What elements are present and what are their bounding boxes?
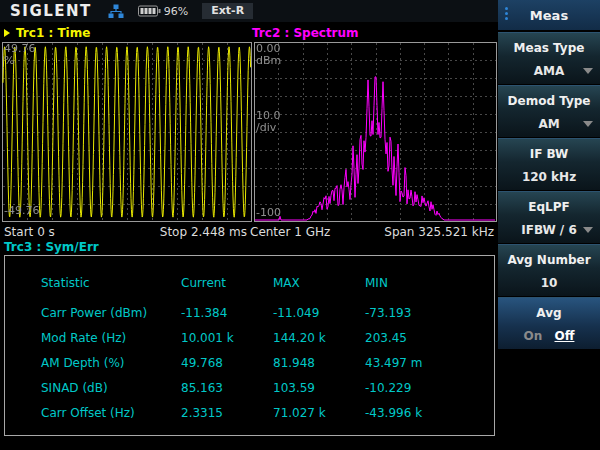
time-plot <box>2 42 252 222</box>
menu-title: Meas <box>498 0 600 30</box>
softkey-label: Avg <box>498 306 600 320</box>
battery-icon: 96% <box>138 5 188 18</box>
table-header-row: Statistic Current MAX MIN <box>5 276 494 292</box>
table-row: AM Depth (%) 49.768 81.948 43.497 m <box>5 356 494 372</box>
stat-name: Carr Power (dBm) <box>41 306 147 320</box>
stat-max: 144.20 k <box>273 331 326 345</box>
stat-max: 81.948 <box>273 356 315 370</box>
if-bw-button[interactable]: IF BW 120 kHz <box>498 138 600 190</box>
menu-title-text: Meas <box>530 8 568 23</box>
stat-name: AM Depth (%) <box>41 356 125 370</box>
table-row: Carr Offset (Hz) 2.3315 71.027 k -43.996… <box>5 406 494 422</box>
stat-min: -10.229 <box>365 381 411 395</box>
stat-current: 85.163 <box>181 381 223 395</box>
avg-on-off: On Off <box>498 329 600 343</box>
stat-min: 43.497 m <box>365 356 423 370</box>
trace1-label: Trc1 : Time <box>16 26 90 40</box>
softkey-label: EqLPF <box>498 200 600 214</box>
status-bar: SIGLENT 96% Ext-R <box>0 0 498 22</box>
trace2-label: Trc2 : Spectrum <box>252 26 359 40</box>
battery-percent: 96% <box>164 5 188 18</box>
axis-annotation-row: Start 0 s Stop 2.448 ms Center 1 GHz Spa… <box>0 225 498 240</box>
demod-type-button[interactable]: Demod Type AM <box>498 85 600 137</box>
ext-ref-badge: Ext-R <box>202 3 253 19</box>
meas-type-button[interactable]: Meas Type AMA <box>498 32 600 84</box>
col-max: MAX <box>273 276 300 290</box>
spectrum-ref-unit: dBm <box>256 55 281 67</box>
stat-max: 71.027 k <box>273 406 326 420</box>
trace-label-row: Trc1 : Time Trc2 : Spectrum <box>0 22 498 42</box>
time-start-label: Start 0 s <box>4 225 55 239</box>
time-stop-label: Stop 2.448 ms <box>160 225 247 239</box>
softkey-menu: Meas Meas Type AMA Demod Type AM IF BW 1… <box>498 0 600 450</box>
col-current: Current <box>181 276 226 290</box>
span-label: Span 325.521 kHz <box>384 225 494 239</box>
stat-name: Mod Rate (Hz) <box>41 331 126 345</box>
dropdown-caret-icon <box>583 121 593 127</box>
col-min: MIN <box>365 276 388 290</box>
time-ref-unit: % <box>4 55 14 67</box>
stat-min: 203.45 <box>365 331 407 345</box>
softkey-label: Meas Type <box>498 41 600 55</box>
avg-off-option[interactable]: Off <box>555 329 575 343</box>
lan-icon <box>108 4 124 19</box>
table-row: Mod Rate (Hz) 10.001 k 144.20 k 203.45 <box>5 331 494 347</box>
time-bottom-level: -49.76 <box>4 205 39 217</box>
softkey-label: IF BW <box>498 147 600 161</box>
stat-current: 2.3315 <box>181 406 223 420</box>
softkey-value: 120 kHz <box>498 170 600 184</box>
avg-number-button[interactable]: Avg Number 10 <box>498 244 600 296</box>
active-trace-marker-icon <box>4 29 10 37</box>
stat-max: -11.049 <box>273 306 319 320</box>
sym-err-table: Statistic Current MAX MIN Carr Power (dB… <box>4 255 495 436</box>
center-freq-label: Center 1 GHz <box>250 225 330 239</box>
stat-name: Carr Offset (Hz) <box>41 406 135 420</box>
stat-min: -73.193 <box>365 306 411 320</box>
dropdown-caret-icon <box>583 68 593 74</box>
col-statistic: Statistic <box>41 276 90 290</box>
stat-current: -11.384 <box>181 306 227 320</box>
spectrum-bottom-level: -100 <box>256 207 281 219</box>
softkey-label: Avg Number <box>498 253 600 267</box>
softkey-value: 10 <box>498 276 600 290</box>
avg-on-option[interactable]: On <box>524 329 543 343</box>
table-row: Carr Power (dBm) -11.384 -11.049 -73.193 <box>5 306 494 322</box>
table-row: SINAD (dB) 85.163 103.59 -10.229 <box>5 381 494 397</box>
stat-max: 103.59 <box>273 381 315 395</box>
analyzer-screen: SIGLENT 96% Ext-R Trc1 : Time <box>0 0 600 450</box>
softkey-label: Demod Type <box>498 94 600 108</box>
avg-toggle-button[interactable]: Avg On Off <box>498 297 600 349</box>
stat-current: 49.768 <box>181 356 223 370</box>
stat-current: 10.001 k <box>181 331 234 345</box>
stat-name: SINAD (dB) <box>41 381 108 395</box>
stat-min: -43.996 k <box>365 406 422 420</box>
siglent-logo: SIGLENT <box>10 2 92 20</box>
menu-dots-icon <box>505 7 508 20</box>
eqlpf-button[interactable]: EqLPF IFBW / 6 <box>498 191 600 243</box>
trace3-label: Trc3 : Sym/Err <box>4 240 99 254</box>
spectrum-plot <box>254 42 497 222</box>
spectrum-scale-unit: /div <box>256 122 276 134</box>
dropdown-caret-icon <box>583 227 593 233</box>
